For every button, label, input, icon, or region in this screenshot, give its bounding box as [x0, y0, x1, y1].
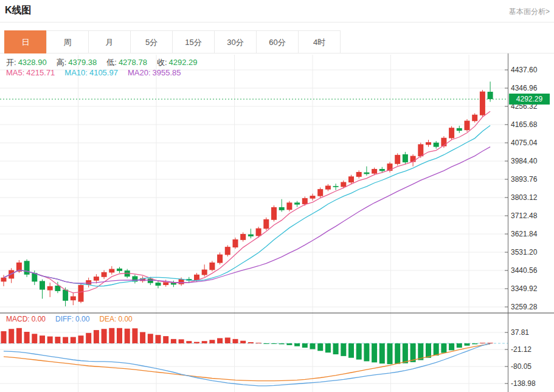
candle-body [225, 247, 230, 255]
macd-hist-bar [71, 337, 76, 343]
candle-body [457, 128, 462, 131]
candle-body [356, 172, 362, 177]
macd-hist-bar [348, 343, 354, 358]
candle-body [434, 143, 439, 147]
main-ytick-label: 3893.76 [511, 175, 538, 184]
tab-15分[interactable]: 15分 [172, 30, 215, 53]
readout-label: MA20: [128, 68, 151, 77]
macd-hist-bar [186, 341, 192, 343]
readout-label: DIFF: [55, 315, 74, 323]
macd-hist-bar [333, 343, 339, 354]
kline-chart-canvas[interactable]: 4437.604346.964256.324165.684075.043984.… [0, 53, 554, 392]
candle-body [410, 156, 416, 162]
main-ytick-label: 4437.60 [511, 66, 538, 74]
macd-hist-bar [217, 338, 223, 343]
macd-hist-bar [209, 340, 215, 343]
macd-hist-bar [256, 343, 261, 343]
macd-hist-bar [9, 329, 14, 343]
macd-hist-bar [302, 343, 308, 348]
tab-4时[interactable]: 4时 [298, 30, 341, 53]
readout-label: MA5: [6, 68, 24, 77]
tab-日[interactable]: 日 [4, 30, 47, 53]
macd-hist-bar [179, 339, 184, 343]
ma-readout: MA5:4215.71MA10:4105.97MA20:3955.85 [6, 68, 191, 77]
macd-ytick-label: -138.98 [511, 379, 536, 388]
ma5-line [4, 111, 490, 293]
macd-hist-bar [24, 332, 30, 343]
macd-hist-bar [403, 343, 408, 363]
readout-label: 开: [6, 58, 16, 67]
candle-body [279, 207, 285, 210]
kline-page: { "header": { "title": "K线图", "link": "基… [0, 0, 554, 392]
macd-hist-bar [109, 328, 114, 343]
macd-hist-bar [94, 330, 99, 343]
tab-5分[interactable]: 5分 [130, 30, 173, 53]
main-ytick-label: 3621.84 [511, 230, 538, 238]
ma10-line [4, 126, 490, 286]
macd-hist-bar [171, 339, 176, 343]
candle-body [364, 173, 369, 174]
candle-body [418, 144, 423, 156]
readout-value: 4215.71 [26, 68, 55, 77]
candle-body [102, 272, 107, 277]
candle-body [240, 234, 246, 240]
macd-hist-bar [102, 329, 107, 343]
readout-value: 4278.78 [119, 58, 147, 67]
macd-hist-bar [40, 335, 45, 343]
macd-hist-bar [379, 343, 385, 363]
macd-hist-bar [310, 343, 316, 349]
macd-hist-bar [16, 328, 22, 343]
candle-body [372, 169, 377, 174]
candle-body [472, 115, 477, 122]
candle-body [217, 255, 223, 263]
macd-hist-bar [488, 343, 493, 343]
macd-hist-bar [294, 343, 300, 346]
readout-value: 4328.90 [18, 58, 47, 67]
candle-body [480, 92, 485, 115]
macd-hist-bar [441, 343, 446, 353]
tab-30分[interactable]: 30分 [214, 30, 257, 53]
macd-hist-bar [480, 343, 485, 343]
candle-body [233, 239, 238, 247]
candle-body [294, 202, 300, 204]
candle-body [403, 154, 408, 162]
main-ytick-label: 3259.28 [511, 303, 538, 311]
macd-hist-bar [449, 343, 454, 350]
macd-hist-bar [387, 343, 393, 364]
candle-body [209, 263, 215, 270]
fundamental-analysis-link[interactable]: 基本面分析> [509, 7, 550, 17]
tab-周[interactable]: 周 [46, 30, 89, 53]
ohlc-readout: 开:4328.90高:4379.38低:4278.78收:4292.29 [6, 57, 207, 68]
macd-hist-bar [55, 337, 60, 343]
macd-hist-bar [148, 334, 153, 343]
candle-body [248, 235, 254, 236]
header-divider [0, 22, 554, 22]
readout-label: 收: [157, 58, 167, 67]
candle-body [55, 286, 60, 291]
macd-hist-bar [63, 337, 68, 343]
readout-item: 收:4292.29 [157, 58, 199, 67]
readout-value: 4105.97 [89, 68, 118, 77]
interval-tab-bar: 日周月5分15分30分60分4时 [5, 30, 341, 53]
macd-hist-bar [78, 335, 84, 343]
macd-hist-bar [395, 343, 400, 364]
candle-body [286, 202, 292, 210]
macd-hist-bar [202, 341, 207, 343]
main-ytick-label: 3531.20 [511, 248, 538, 256]
macd-hist-bar [140, 332, 145, 343]
candle-body [341, 182, 346, 187]
readout-value: 0.00 [75, 315, 89, 323]
readout-item: MA5:4215.71 [6, 68, 57, 77]
candle-body [40, 281, 45, 289]
macd-hist-bar [32, 334, 37, 343]
tab-月[interactable]: 月 [88, 30, 131, 53]
readout-item: 低:4278.78 [106, 58, 149, 67]
readout-value: 3955.85 [153, 68, 181, 77]
candle-body [86, 280, 91, 284]
readout-value: 0.00 [118, 315, 132, 323]
candle-body [263, 219, 269, 229]
candle-body [78, 285, 84, 301]
tab-60分[interactable]: 60分 [256, 30, 299, 53]
main-ytick-label: 4075.04 [511, 139, 538, 147]
macd-hist-bar [156, 335, 161, 343]
